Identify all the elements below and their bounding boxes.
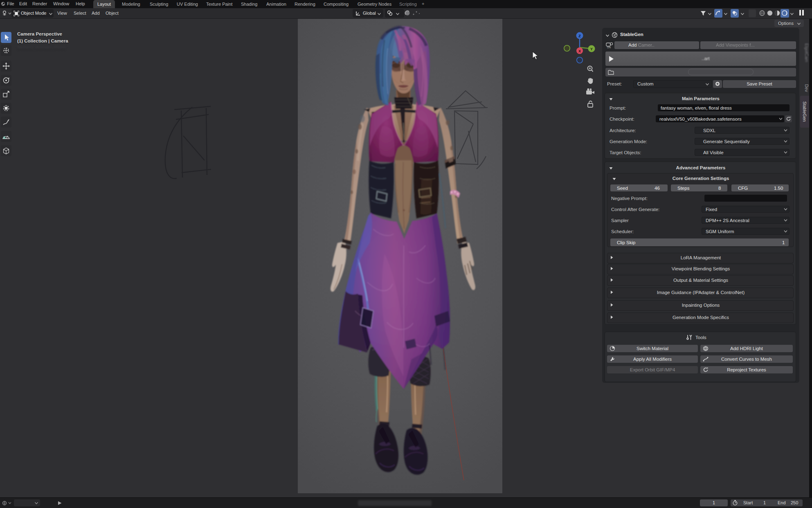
svg-text:Z: Z xyxy=(578,34,581,38)
svg-text:ON: ON xyxy=(607,46,611,49)
svg-text:X: X xyxy=(578,49,581,53)
svg-text:Y: Y xyxy=(590,47,593,51)
